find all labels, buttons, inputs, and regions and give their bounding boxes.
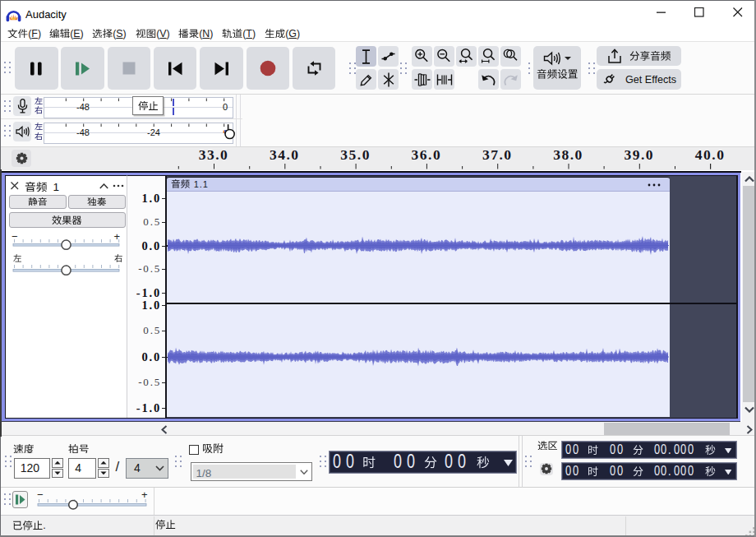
svg-text:−: −	[37, 492, 44, 501]
svg-text:+: +	[141, 492, 148, 501]
